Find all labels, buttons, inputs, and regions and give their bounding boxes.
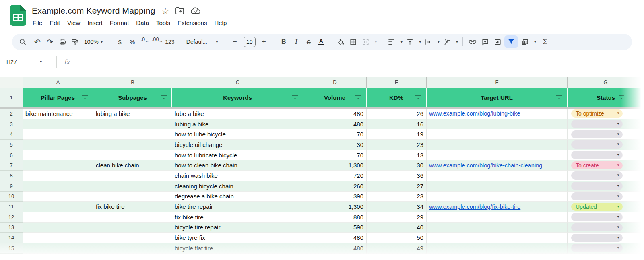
status-dropdown-chip[interactable]: ▼ bbox=[571, 192, 623, 200]
text-color-button[interactable]: A bbox=[316, 36, 327, 47]
vertical-align-icon[interactable] bbox=[405, 36, 416, 47]
cell-pillar-page[interactable] bbox=[23, 243, 93, 254]
cell-volume[interactable]: 1,300 bbox=[303, 202, 367, 212]
cell-pillar-page[interactable] bbox=[23, 202, 93, 212]
row-number[interactable]: 8 bbox=[0, 171, 23, 181]
column-header-a[interactable]: A bbox=[23, 77, 93, 88]
status-dropdown-chip[interactable]: ▼ bbox=[571, 213, 623, 221]
status-dropdown-chip[interactable]: ▼ bbox=[571, 130, 623, 138]
move-to-folder-icon[interactable] bbox=[175, 7, 184, 14]
cell-status[interactable]: ▼ bbox=[568, 119, 644, 130]
column-header-e[interactable]: E bbox=[367, 77, 427, 88]
cell-target-url[interactable] bbox=[427, 243, 568, 254]
cell-keyword[interactable]: bicycle flat tire bbox=[172, 243, 303, 254]
cell-status[interactable]: ▼ bbox=[568, 140, 644, 150]
filter-icon[interactable] bbox=[161, 94, 167, 101]
header-cell-pillar-pages[interactable]: Pillar Pages bbox=[23, 88, 93, 107]
cell-keyword[interactable]: lubing a bike bbox=[172, 119, 303, 130]
cell-target-url[interactable] bbox=[427, 223, 568, 233]
number-format-button[interactable]: 123 bbox=[164, 36, 175, 47]
cell-keyword[interactable]: degrease a bike chain bbox=[172, 192, 303, 202]
cell-volume[interactable]: 30 bbox=[303, 140, 367, 150]
status-dropdown-chip[interactable]: ▼ bbox=[571, 151, 623, 159]
cell-status[interactable]: ▼ bbox=[568, 233, 644, 243]
cell-status[interactable]: ▼ bbox=[568, 171, 644, 181]
row-number[interactable]: 10 bbox=[0, 192, 23, 202]
cell-kd[interactable]: 40 bbox=[367, 223, 427, 233]
cell-keyword[interactable]: cleaning bicycle chain bbox=[172, 181, 303, 192]
status-dropdown-chip[interactable]: ▼ bbox=[571, 244, 623, 252]
filter-icon[interactable] bbox=[415, 94, 421, 101]
cell-target-url[interactable] bbox=[427, 233, 568, 243]
cell-subpage[interactable] bbox=[93, 192, 172, 202]
redo-icon[interactable]: ↷ bbox=[44, 36, 56, 47]
cell-pillar-page[interactable] bbox=[23, 119, 93, 130]
row-number[interactable]: 9 bbox=[0, 181, 23, 192]
status-dropdown-chip[interactable]: ▼ bbox=[571, 223, 623, 231]
menu-format[interactable]: Format bbox=[106, 19, 133, 27]
row-number[interactable]: 3 bbox=[0, 119, 23, 130]
strikethrough-button[interactable]: S bbox=[303, 36, 314, 47]
column-header-g[interactable]: G bbox=[568, 77, 644, 88]
header-cell-keywords[interactable]: Keywords bbox=[172, 88, 303, 107]
cell-volume[interactable]: 1,300 bbox=[303, 160, 367, 171]
cell-status[interactable]: To create ▼ bbox=[568, 160, 644, 171]
status-dropdown-chip[interactable]: Updated ▼ bbox=[571, 203, 623, 211]
create-filter-icon[interactable] bbox=[504, 35, 518, 48]
cell-volume[interactable]: 480 bbox=[303, 109, 367, 119]
font-size-input[interactable]: 10 bbox=[244, 37, 256, 47]
row-number[interactable]: 4 bbox=[0, 129, 23, 140]
status-dropdown-chip[interactable]: To create ▼ bbox=[571, 161, 623, 169]
cell-status[interactable]: ▼ bbox=[568, 181, 644, 192]
cell-subpage[interactable]: lubing a bike bbox=[93, 109, 172, 119]
header-cell-kd[interactable]: KD% bbox=[367, 88, 427, 107]
row-number[interactable]: 1 bbox=[0, 88, 23, 107]
cell-kd[interactable]: 50 bbox=[367, 233, 427, 243]
cell-kd[interactable]: 19 bbox=[367, 129, 427, 140]
decrease-font-size-button[interactable]: − bbox=[229, 36, 241, 47]
cell-target-url[interactable] bbox=[427, 192, 568, 202]
cell-subpage[interactable] bbox=[93, 171, 172, 181]
bold-button[interactable]: B bbox=[278, 36, 289, 47]
cell-target-url[interactable] bbox=[427, 212, 568, 223]
cell-pillar-page[interactable] bbox=[23, 160, 93, 171]
row-number[interactable]: 6 bbox=[0, 150, 23, 161]
menu-edit[interactable]: Edit bbox=[46, 19, 64, 27]
cell-volume[interactable]: 480 bbox=[303, 233, 367, 243]
cell-target-url[interactable] bbox=[427, 119, 568, 130]
cell-target-url[interactable] bbox=[427, 129, 568, 140]
search-icon[interactable] bbox=[17, 36, 28, 47]
row-number[interactable]: 15 bbox=[0, 243, 23, 254]
cell-subpage[interactable] bbox=[93, 243, 172, 254]
cell-volume[interactable]: 880 bbox=[303, 212, 367, 223]
cell-volume[interactable]: 70 bbox=[303, 150, 367, 161]
filter-icon[interactable] bbox=[292, 94, 298, 101]
cell-kd[interactable]: 34 bbox=[367, 202, 427, 212]
text-rotation-icon[interactable] bbox=[442, 36, 453, 47]
status-dropdown-chip[interactable]: ▼ bbox=[571, 171, 623, 180]
cell-keyword[interactable]: how to lubricate bicycle bbox=[172, 150, 303, 161]
sheets-logo-icon[interactable] bbox=[10, 5, 26, 27]
insert-chart-icon[interactable] bbox=[492, 36, 503, 47]
menu-help[interactable]: Help bbox=[211, 19, 230, 27]
row-number[interactable]: 7 bbox=[0, 160, 23, 171]
text-wrapping-icon[interactable] bbox=[423, 36, 434, 47]
status-dropdown-chip[interactable]: ▼ bbox=[571, 140, 623, 149]
cell-subpage[interactable] bbox=[93, 150, 172, 161]
cell-volume[interactable]: 260 bbox=[303, 181, 367, 192]
menu-insert[interactable]: Insert bbox=[84, 19, 106, 27]
filter-icon[interactable] bbox=[355, 94, 361, 101]
paint-format-icon[interactable] bbox=[69, 36, 80, 47]
cell-subpage[interactable]: fix bike tire bbox=[93, 202, 172, 212]
header-cell-target-url[interactable]: Target URL bbox=[427, 88, 568, 107]
cell-pillar-page[interactable] bbox=[23, 181, 93, 192]
insert-comment-icon[interactable] bbox=[479, 36, 491, 47]
font-name-selector[interactable]: Defaul... ▼ bbox=[184, 36, 221, 47]
cell-target-url[interactable]: www.example.com/blog/lubing-bike bbox=[427, 109, 568, 119]
filter-icon[interactable] bbox=[82, 94, 88, 101]
cell-kd[interactable]: 30 bbox=[367, 160, 427, 171]
row-number[interactable]: 14 bbox=[0, 233, 23, 243]
name-box[interactable]: H27 ▼ bbox=[6, 59, 51, 65]
filter-icon[interactable] bbox=[556, 94, 562, 101]
header-cell-status[interactable]: Status bbox=[568, 88, 644, 107]
